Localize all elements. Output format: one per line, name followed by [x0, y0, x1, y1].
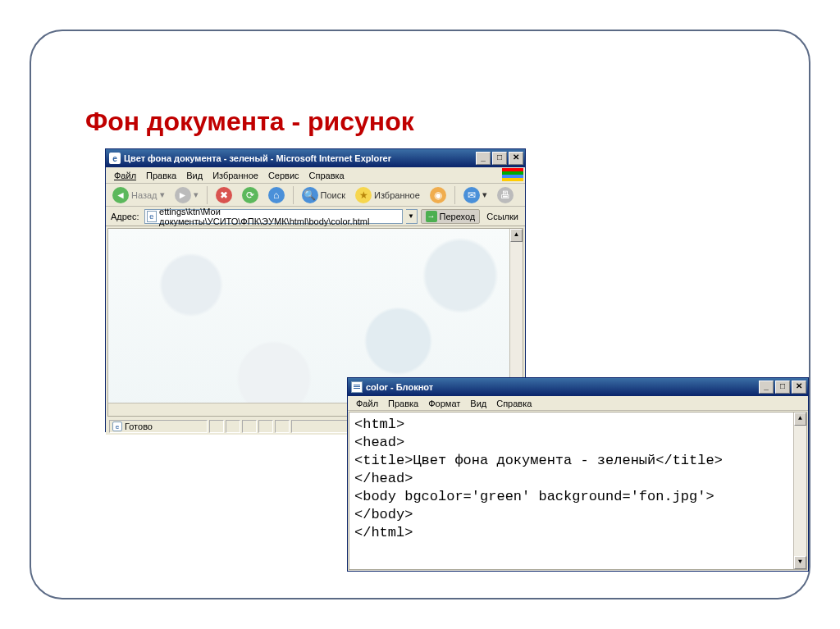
np-menu-format[interactable]: Формат [423, 398, 465, 409]
close-button[interactable]: ✕ [509, 152, 523, 165]
home-button[interactable]: ⌂ [265, 185, 288, 205]
menu-edit[interactable]: Правка [141, 169, 181, 182]
vertical-scrollbar[interactable]: ▲▼ [793, 412, 806, 569]
scroll-down-icon[interactable]: ▼ [794, 556, 806, 569]
address-value: ettings\ktn\Мои документы\УСИТО\ФПК\ЭУМК… [159, 207, 399, 226]
home-icon: ⌂ [268, 187, 285, 203]
forward-icon: ► [175, 187, 191, 203]
refresh-button[interactable]: ⟳ [239, 185, 262, 205]
stop-button[interactable]: ✖ [212, 185, 235, 205]
search-button[interactable]: 🔍Поиск [299, 185, 349, 205]
print-button[interactable]: 🖶 [494, 185, 517, 205]
go-arrow-icon: → [426, 211, 437, 222]
links-label[interactable]: Ссылки [483, 212, 522, 221]
status-cell [242, 420, 257, 433]
notepad-text-area[interactable]: <html> <head> <title>Цвет фона документа… [349, 412, 807, 570]
notepad-titlebar[interactable]: color - Блокнот _ □ ✕ [348, 378, 808, 396]
np-menu-file[interactable]: Файл [351, 398, 383, 409]
close-button[interactable]: ✕ [792, 381, 806, 394]
status-cell [226, 420, 240, 433]
status-cell [209, 420, 224, 433]
mail-button[interactable]: ✉▾ [460, 185, 491, 205]
np-menu-help[interactable]: Справка [491, 398, 536, 409]
media-icon: ◉ [430, 187, 446, 203]
media-button[interactable]: ◉ [427, 185, 450, 205]
notepad-code: <html> <head> <title>Цвет фона документа… [354, 417, 723, 540]
windows-flag-icon [502, 168, 523, 181]
scroll-up-icon[interactable]: ▲ [794, 412, 806, 426]
print-icon: 🖶 [497, 187, 514, 203]
ie-icon: e [109, 153, 121, 164]
status-text-cell: e Готово [109, 420, 208, 433]
maximize-button[interactable]: □ [492, 152, 507, 165]
notepad-window: color - Блокнот _ □ ✕ Файл Правка Формат… [347, 377, 809, 572]
menu-help[interactable]: Справка [304, 169, 349, 182]
forward-button[interactable]: ► ▾ [171, 185, 202, 205]
address-dropdown[interactable]: ▼ [406, 209, 418, 224]
star-icon: ★ [355, 187, 372, 203]
menu-favorites[interactable]: Избранное [208, 169, 263, 182]
menu-tools[interactable]: Сервис [263, 169, 304, 182]
maximize-button[interactable]: □ [775, 381, 790, 394]
minimize-button[interactable]: _ [476, 152, 491, 165]
np-menu-edit[interactable]: Правка [383, 398, 423, 409]
ie-toolbar: ◄Назад ▾ ► ▾ ✖ ⟳ ⌂ 🔍Поиск ★Избранное ◉ ✉… [106, 184, 525, 207]
search-icon: 🔍 [302, 187, 318, 203]
go-button[interactable]: → Переход [421, 209, 481, 224]
status-text: Готово [125, 422, 153, 431]
minimize-button[interactable]: _ [759, 381, 774, 394]
back-button[interactable]: ◄Назад ▾ [109, 185, 168, 205]
stop-icon: ✖ [216, 187, 232, 203]
toolbar-separator [207, 186, 208, 204]
favorites-button[interactable]: ★Избранное [352, 185, 423, 205]
address-input[interactable]: e ettings\ktn\Мои документы\УСИТО\ФПК\ЭУ… [144, 209, 403, 224]
scroll-up-icon[interactable]: ▲ [510, 229, 523, 242]
ie-page-icon: e [147, 211, 158, 222]
ie-menubar: Файл Правка Вид Избранное Сервис Справка [106, 167, 525, 184]
address-bar: Адрес: e ettings\ktn\Мои документы\УСИТО… [106, 207, 525, 226]
menu-file[interactable]: Файл [109, 169, 141, 182]
ie-titlebar[interactable]: e Цвет фона документа - зеленый - Micros… [106, 149, 525, 167]
toolbar-separator [454, 186, 455, 204]
back-icon: ◄ [112, 187, 129, 203]
mail-icon: ✉ [463, 187, 480, 203]
np-menu-view[interactable]: Вид [465, 398, 491, 409]
status-cell [258, 420, 273, 433]
document-icon [351, 381, 363, 393]
address-label: Адрес: [109, 212, 141, 221]
ie-title-text: Цвет фона документа - зеленый - Microsof… [124, 153, 476, 163]
ie-status-icon: e [112, 422, 122, 431]
toolbar-separator [293, 186, 294, 204]
notepad-title-text: color - Блокнот [366, 382, 759, 392]
slide-title: Фон документа - рисунок [85, 107, 414, 137]
status-cell [275, 420, 290, 433]
refresh-icon: ⟳ [242, 187, 258, 203]
menu-view[interactable]: Вид [181, 169, 208, 182]
notepad-menubar: Файл Правка Формат Вид Справка [348, 396, 808, 411]
